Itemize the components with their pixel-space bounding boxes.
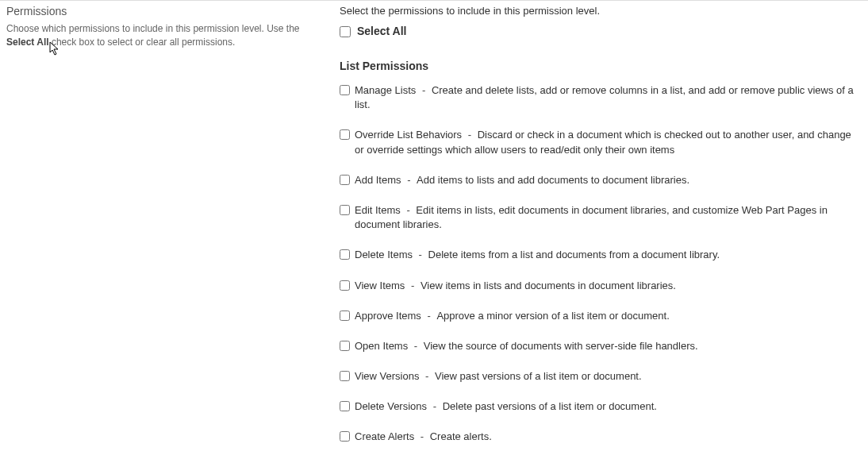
permission-desc: Delete items from a list and documents f… [428, 249, 720, 260]
permission-checkbox[interactable] [340, 85, 350, 95]
hint-post: check box to select or clear all permiss… [49, 37, 236, 48]
permission-name: Manage Lists [355, 84, 416, 96]
separator: - [422, 370, 432, 382]
permission-text[interactable]: View Versions - View past versions of a … [355, 369, 642, 384]
hint-bold: Select All [6, 37, 49, 48]
permission-desc: Approve a minor version of a list item o… [436, 310, 669, 322]
separator: - [417, 430, 427, 442]
separator: - [411, 340, 421, 352]
permission-row: View Items - View items in lists and doc… [340, 279, 862, 293]
permission-text[interactable]: Open Items - View the source of document… [355, 339, 698, 353]
permission-text[interactable]: Manage Lists - Create and delete lists, … [355, 83, 862, 112]
permission-checkbox[interactable] [340, 371, 350, 381]
separator: - [404, 204, 413, 216]
separator: - [430, 400, 440, 412]
hint-pre: Choose which permissions to include in t… [6, 23, 300, 34]
permission-text[interactable]: Override List Behaviors - Discard or che… [355, 128, 862, 156]
permission-checkbox[interactable] [340, 249, 350, 260]
permission-name: View Versions [355, 370, 419, 382]
separator: - [405, 174, 414, 186]
permission-desc: Create and delete lists, add or remove c… [355, 84, 854, 110]
permission-text[interactable]: Delete Versions - Delete past versions o… [355, 399, 657, 414]
permission-checkbox[interactable] [340, 205, 350, 215]
permission-text[interactable]: Approve Items - Approve a minor version … [355, 309, 670, 323]
select-all-checkbox[interactable] [340, 26, 351, 37]
permission-row: Delete Versions - Delete past versions o… [340, 399, 862, 414]
permission-name: Add Items [355, 174, 401, 186]
permission-name: Delete Items [355, 249, 413, 260]
permission-row: Open Items - View the source of document… [340, 339, 862, 353]
permission-desc: View past versions of a list item or doc… [435, 370, 642, 382]
permission-row: Approve Items - Approve a minor version … [340, 309, 862, 323]
permission-desc: Create alerts. [430, 430, 492, 442]
permission-desc: View items in lists and documents in doc… [421, 280, 676, 291]
section-title: Permissions [6, 5, 304, 17]
separator: - [419, 84, 428, 96]
permission-text[interactable]: Delete Items - Delete items from a list … [355, 248, 720, 262]
permission-row: Create Alerts - Create alerts. [340, 430, 862, 444]
group-heading-list-permissions: List Permissions [340, 60, 862, 72]
permission-checkbox[interactable] [340, 431, 350, 442]
separator: - [416, 249, 425, 260]
permission-desc: Delete past versions of a list item or d… [443, 400, 657, 412]
permission-checkbox[interactable] [340, 280, 350, 291]
permission-text[interactable]: Edit Items - Edit items in lists, edit d… [355, 203, 862, 232]
permission-name: Create Alerts [355, 430, 414, 442]
permission-text[interactable]: View Items - View items in lists and doc… [355, 279, 676, 293]
separator: - [408, 280, 417, 291]
permission-row: Edit Items - Edit items in lists, edit d… [340, 203, 862, 232]
permission-row: View Versions - View past versions of a … [340, 369, 862, 384]
permission-text[interactable]: Create Alerts - Create alerts. [355, 430, 492, 444]
permission-name: Open Items [355, 340, 408, 352]
permissions-list: Manage Lists - Create and delete lists, … [340, 83, 862, 459]
permission-checkbox[interactable] [340, 341, 350, 351]
permission-row: Override List Behaviors - Discard or che… [340, 128, 862, 156]
permission-name: Approve Items [355, 310, 421, 322]
permission-row: Delete Items - Delete items from a list … [340, 248, 862, 262]
separator: - [465, 129, 474, 141]
separator: - [424, 310, 434, 322]
permission-row: Manage Lists - Create and delete lists, … [340, 83, 862, 112]
permission-name: Edit Items [355, 204, 401, 216]
permission-checkbox[interactable] [340, 129, 350, 140]
permission-row: Add Items - Add items to lists and add d… [340, 173, 862, 187]
permission-name: Override List Behaviors [355, 129, 462, 141]
hint-text: Choose which permissions to include in t… [6, 22, 304, 49]
permission-desc: Add items to lists and add documents to … [417, 174, 689, 186]
permission-text[interactable]: Add Items - Add items to lists and add d… [355, 173, 689, 187]
permission-name: View Items [355, 280, 405, 291]
permission-desc: Edit items in lists, edit documents in d… [355, 204, 828, 230]
permission-name: Delete Versions [355, 400, 427, 412]
instruction-text: Select the permissions to include in thi… [340, 5, 862, 17]
select-all-row: Select All [340, 25, 862, 37]
permission-checkbox[interactable] [340, 175, 350, 185]
permission-checkbox[interactable] [340, 310, 350, 321]
permission-checkbox[interactable] [340, 401, 350, 411]
select-all-label[interactable]: Select All [357, 25, 407, 37]
permission-desc: View the source of documents with server… [424, 340, 698, 352]
